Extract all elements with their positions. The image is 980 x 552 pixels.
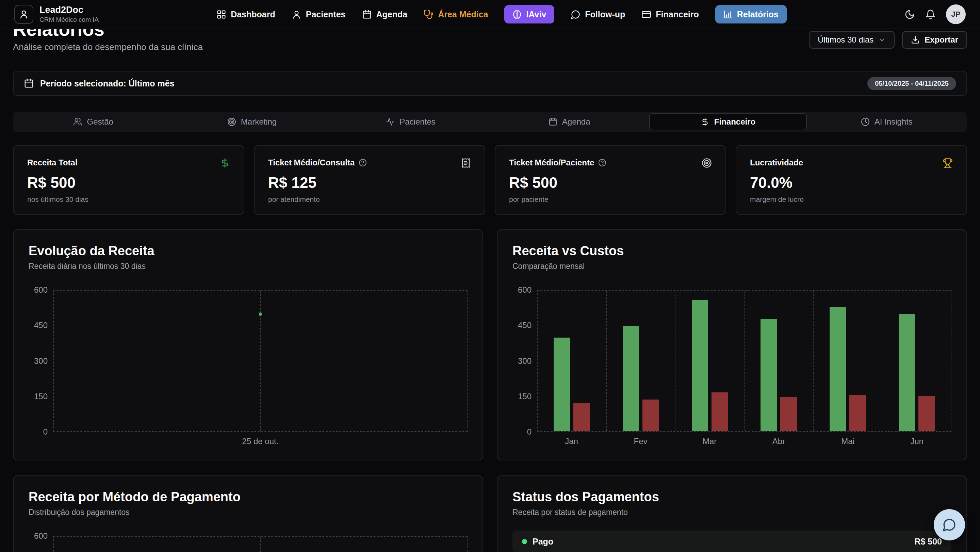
evolucao-receita-card: Evolução da Receita Receita diária nos ú… [13,229,483,460]
tab-label: AI Insights [875,117,913,127]
chevron-down-icon [878,36,886,44]
bar-group-jun [882,291,951,431]
top-navbar: Lead2Doc CRM Médico com IA Dashboard Pac… [0,0,980,29]
tab-pacientes[interactable]: Pacientes [332,113,489,130]
period-range-value: Últimos 30 dias [818,35,873,45]
target-icon [227,118,236,126]
status-pagamentos-card: Status dos Pagamentos Receita por status… [497,476,967,552]
app-logo[interactable] [14,5,33,24]
activity-icon [386,118,395,126]
nav-label: Financeiro [656,10,698,19]
chart-title: Receita vs Custos [512,244,951,258]
tab-gestao[interactable]: Gestão [14,113,172,130]
nav-agenda[interactable]: Agenda [362,10,408,19]
tab-label: Financeiro [714,117,756,127]
status-row-pago: Pago R$ 500 [512,531,951,552]
avatar[interactable]: JP [946,5,966,24]
nav-dashboard[interactable]: Dashboard [216,10,275,19]
metodo-grid-vline [260,537,261,552]
dollar-icon [220,158,230,168]
kpi-title: Receita Total [27,158,78,167]
brain-icon [512,10,522,19]
bar-receita [692,300,708,431]
chart-subtitle: Distribuição dos pagamentos [29,508,468,517]
receita-metodo-plot [53,536,468,552]
nav-label: Dashboard [231,10,275,19]
target-icon [702,158,712,168]
kpi-value: R$ 125 [268,174,471,191]
receita-custos-card: Receita vs Custos Comparação mensal 6004… [497,229,967,460]
chart-subtitle: Receita diária nos últimos 30 dias [29,262,468,271]
chat-fab-button[interactable] [934,509,965,541]
tab-ai-insights[interactable]: AI Insights [808,113,966,130]
bar-group-mar [675,291,744,431]
kpi-ticket-medio-paciente: Ticket Médio/Paciente R$ 500 por pacient… [495,145,726,215]
download-icon [911,35,920,44]
y-axis: 6004503001500 [29,290,53,432]
nav-label: Pacientes [306,10,346,19]
help-circle-icon[interactable] [359,159,367,167]
calendar-icon [362,10,372,19]
trophy-icon [943,158,953,168]
x-tick-label: Abr [744,437,813,446]
nav-follow-up[interactable]: Follow-up [571,10,625,19]
nav-relatorios-button[interactable]: Relatórios [715,5,787,24]
export-button[interactable]: Exportar [902,31,967,49]
nav-pacientes[interactable]: Pacientes [292,10,346,19]
brand: Lead2Doc CRM Médico com IA [14,5,99,24]
dollar-icon [701,118,710,126]
bar-custos [711,392,728,431]
bell-icon [925,9,936,20]
kpi-cards: Receita Total R$ 500 nos últimos 30 dias… [13,145,967,215]
tab-label: Pacientes [399,117,435,127]
app-name: Lead2Doc [40,5,99,15]
main-nav: Dashboard Pacientes Agenda Área Médica I… [216,5,787,24]
users-icon [73,118,82,126]
kpi-caption: por atendimento [268,195,471,204]
receita-metodo-card: Receita por Método de Pagamento Distribu… [13,476,483,552]
tab-marketing[interactable]: Marketing [173,113,331,130]
stethoscope-icon [424,10,434,19]
x-tick-label: Jun [882,437,951,446]
selected-period-bar: Período selecionado: Último mês 05/10/20… [13,71,967,96]
bar-receita [623,326,639,431]
tab-label: Gestão [87,117,113,127]
nav-area-medica[interactable]: Área Médica [424,10,488,19]
nav-label: Área Médica [438,10,488,19]
moon-icon [904,9,915,20]
chart-title: Evolução da Receita [29,244,468,258]
bar-custos [573,403,590,431]
export-label: Exportar [924,35,958,45]
bar-chart-icon [724,10,733,19]
help-circle-icon[interactable] [598,159,606,167]
bar-group-mai [813,291,882,431]
bar-group-abr [744,291,813,431]
nav-label: Follow-up [585,10,625,19]
charts-row-2: Receita por Método de Pagamento Distribu… [13,476,967,552]
y-axis: 6004503001500 [512,290,537,432]
bar-receita [760,319,777,431]
kpi-value: R$ 500 [509,174,712,191]
theme-toggle-button[interactable] [904,9,915,20]
bar-custos [918,396,935,431]
bar-receita [830,307,846,431]
bar-custos [643,399,659,431]
x-tick-label: Mai [813,437,882,446]
page-subtitle: Análise completa do desempenho da sua cl… [13,42,203,52]
logo-user-icon [19,9,29,19]
x-tick-label: Mar [675,437,744,446]
receita-custos-xlabels: JanFevMarAbrMaiJun [537,437,951,446]
nav-financeiro[interactable]: Financeiro [641,10,698,19]
tab-agenda[interactable]: Agenda [491,113,648,130]
tab-financeiro[interactable]: Financeiro [649,113,807,130]
period-range-select[interactable]: Últimos 30 dias [809,31,894,49]
revenue-data-point [259,312,262,316]
notifications-button[interactable] [925,9,936,20]
chart-title: Status dos Pagamentos [512,490,951,504]
kpi-ticket-medio-consulta: Ticket Médio/Consulta R$ 125 por atendim… [254,145,485,215]
bar-custos [780,397,797,431]
bar-custos [850,395,865,431]
kpi-value: R$ 500 [27,174,230,191]
nav-iaviv-button[interactable]: IAviv [504,5,554,24]
x-tick-label: Fev [606,437,675,446]
